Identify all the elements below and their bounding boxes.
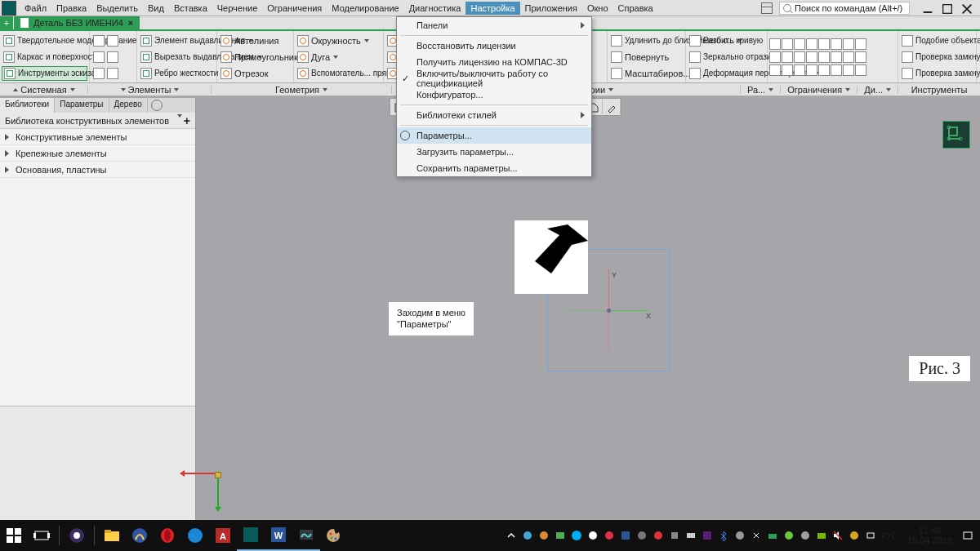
tray-ic[interactable] — [538, 530, 550, 541]
ic19[interactable] — [794, 64, 805, 76]
tb-explorer[interactable] — [98, 520, 126, 551]
dd-configurator[interactable]: Конфигуратор... — [397, 87, 591, 103]
dd-parameters[interactable]: Параметры... — [397, 127, 591, 144]
rb-save[interactable] — [91, 50, 135, 64]
tb-edge[interactable] — [181, 520, 209, 551]
rb-rotate[interactable]: Повернуть — [609, 50, 684, 64]
rb-arc[interactable]: Дуга — [296, 50, 381, 64]
tb-autocad[interactable]: A — [209, 520, 237, 551]
window-maximize[interactable] — [941, 2, 954, 14]
dd-save-params[interactable]: Сохранить параметры... — [397, 160, 591, 176]
rb-circle[interactable]: Окружность — [296, 33, 381, 48]
rb-rib[interactable]: Ребро жесткости — [139, 66, 215, 81]
menu-help[interactable]: Справка — [613, 2, 658, 15]
tray-ic[interactable] — [555, 530, 566, 541]
ic2[interactable] — [782, 38, 793, 50]
tray-ic[interactable] — [522, 530, 533, 541]
ic23[interactable] — [843, 64, 854, 76]
tray-network-icon[interactable] — [865, 530, 876, 541]
lp-item[interactable]: Крепежные элементы — [0, 145, 195, 162]
lp-header[interactable]: Библиотека конструктивных элементов + — [0, 113, 195, 129]
rb-split[interactable]: Разбить кривую — [688, 33, 765, 48]
window-minimize[interactable] — [921, 2, 934, 14]
ic15[interactable] — [843, 51, 854, 63]
ic8[interactable] — [855, 38, 866, 50]
tray-nvidia-icon[interactable] — [816, 530, 827, 541]
lp-tab-params[interactable]: Параметры — [55, 98, 109, 113]
menu-window[interactable]: Окно — [582, 2, 613, 15]
menu-modeling[interactable]: Моделирование — [327, 2, 403, 15]
ic14[interactable] — [831, 51, 842, 63]
lp-tab-tree[interactable]: Дерево — [109, 98, 148, 113]
tb-paint[interactable] — [292, 520, 320, 551]
panes-icon[interactable] — [761, 2, 773, 14]
rb-extrude[interactable]: Элемент выдавливания — [139, 33, 215, 48]
lp-settings-icon[interactable] — [151, 100, 163, 111]
ic16[interactable] — [855, 51, 866, 63]
close-doc-icon[interactable]: × — [128, 18, 133, 28]
menu-view[interactable]: Вид — [143, 2, 169, 15]
menu-constraints[interactable]: Ограничения — [262, 2, 327, 15]
ic20[interactable] — [806, 64, 817, 76]
tray-ic[interactable] — [800, 530, 811, 541]
rb-scale[interactable]: Масштабиров... — [609, 66, 684, 81]
command-search[interactable]: Поиск по командам (Alt+/) — [779, 2, 910, 15]
rb-surface[interactable]: Каркас и поверхности — [2, 50, 87, 64]
ic1[interactable] — [769, 38, 781, 50]
tray-ic[interactable] — [849, 530, 860, 541]
tb-kompas[interactable] — [237, 520, 265, 551]
tray-up-icon[interactable] — [506, 530, 517, 541]
tray-ic[interactable] — [783, 530, 795, 541]
rb-segment[interactable]: Отрезок — [219, 66, 292, 81]
menu-settings[interactable]: Настройка — [466, 2, 519, 15]
rb-print[interactable] — [91, 33, 135, 48]
menu-select[interactable]: Выделить — [91, 2, 143, 15]
dd-load-params[interactable]: Загрузить параметры... — [397, 144, 591, 160]
menu-edit[interactable]: Правка — [51, 2, 91, 15]
ic3[interactable] — [794, 38, 805, 50]
ic10[interactable] — [782, 51, 793, 63]
rb-check2[interactable]: Проверка замкнутос... — [900, 66, 974, 81]
rb-rect[interactable]: Прямоугольник — [219, 50, 292, 64]
ic17[interactable] — [769, 64, 781, 76]
menu-draw[interactable]: Черчение — [212, 2, 263, 15]
rb-check1[interactable]: Проверка замкнутос... — [900, 50, 974, 64]
notifications-icon[interactable] — [962, 530, 973, 541]
dd-panels[interactable]: Панели — [397, 17, 591, 33]
tray-skype-icon[interactable] — [571, 530, 582, 541]
tb-word[interactable]: W — [265, 520, 292, 551]
menu-apps[interactable]: Приложения — [520, 2, 582, 15]
tray-ic[interactable] — [767, 530, 778, 541]
tray-ic[interactable] — [604, 530, 615, 541]
sketch-mode-icon[interactable] — [942, 121, 970, 149]
rb-mirror[interactable]: Зеркально отразить — [688, 50, 765, 64]
tray-ic[interactable] — [669, 530, 680, 541]
chevron-down-icon[interactable] — [177, 114, 182, 118]
tray-ic[interactable] — [587, 530, 599, 541]
ic21[interactable] — [818, 64, 830, 76]
dd-spec-toggle[interactable]: ✓Включить/выключить работу со спецификац… — [397, 70, 591, 87]
tb-opera[interactable] — [154, 520, 181, 551]
rb-deform[interactable]: Деформация перемещением — [688, 66, 765, 81]
rb-solid[interactable]: Твердотельное моделирование — [2, 33, 87, 48]
tb-palette[interactable] — [320, 520, 348, 551]
ic5[interactable] — [818, 38, 830, 50]
menu-insert[interactable]: Вставка — [169, 2, 212, 15]
add-icon[interactable]: + — [184, 114, 190, 127]
tray-ic[interactable] — [636, 530, 648, 541]
ic4[interactable] — [806, 38, 817, 50]
tray-bt-icon[interactable] — [718, 530, 729, 541]
ic18[interactable] — [782, 64, 793, 76]
rb-undo[interactable] — [91, 66, 135, 81]
tray-ic[interactable] — [653, 530, 664, 541]
ic11[interactable] — [794, 51, 805, 63]
ic12[interactable] — [806, 51, 817, 63]
menu-diagnostics[interactable]: Диагностика — [404, 2, 466, 15]
tray-ic[interactable] — [734, 530, 746, 541]
taskview-button[interactable] — [28, 520, 56, 551]
rb-cut-extrude[interactable]: Вырезать выдавливанием — [139, 50, 215, 64]
tray-volume-icon[interactable] — [832, 530, 844, 541]
tray-ic[interactable] — [702, 530, 713, 541]
ic24[interactable] — [855, 64, 866, 76]
new-doc-button[interactable]: + — [0, 16, 13, 29]
